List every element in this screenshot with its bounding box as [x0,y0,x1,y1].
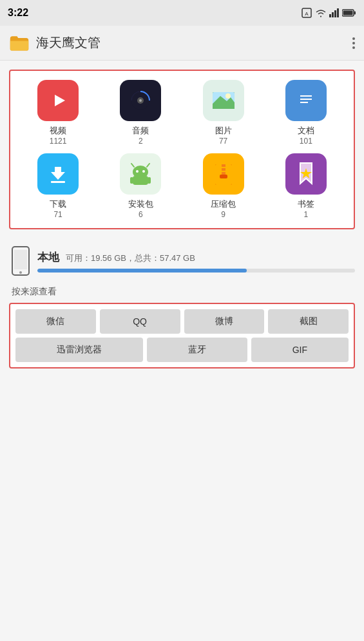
source-btn-screenshot[interactable]: 截图 [268,309,349,334]
source-grid-container: 微信 QQ 微博 截图 迅雷浏览器 蓝牙 GIF [9,303,355,368]
signal-icon [329,8,340,18]
video-icon [46,88,70,113]
wifi-icon [315,7,327,19]
svg-rect-35 [222,168,225,171]
zip-label: 压缩包 [211,198,236,210]
dot2 [352,42,355,44]
source-btn-weibo[interactable]: 微博 [184,309,265,334]
file-item-bookmark[interactable]: 书签 1 [267,153,345,219]
svg-rect-37 [220,175,227,178]
doc-count: 101 [300,137,312,146]
download-icon-wrap [37,153,79,195]
bookmark-label: 书签 [298,198,314,210]
svg-line-28 [147,164,149,167]
download-count: 71 [53,210,62,219]
video-icon-wrap [37,80,79,121]
svg-rect-34 [222,164,225,167]
file-item-audio[interactable]: 音频 2 [102,80,179,146]
bookmark-icon [292,160,320,187]
apk-icon-wrap [120,153,161,195]
storage-detail: 可用：19.56 GB，总共：57.47 GB [66,253,195,264]
video-count: 1121 [50,137,67,146]
storage-info: 本地 可用：19.56 GB，总共：57.47 GB [37,250,355,273]
image-count: 77 [219,137,227,146]
file-item-apk[interactable]: 安装包 6 [102,153,179,219]
battery-icon [342,8,356,17]
sim-icon: A [301,7,312,19]
status-time: 3:22 [8,7,28,19]
svg-point-17 [225,93,231,99]
download-icon [44,160,72,187]
file-type-grid: 视频 1121 音频 2 [19,80,345,219]
storage-section: 本地 可用：19.56 GB，总共：57.47 GB [9,240,355,278]
download-label: 下载 [50,198,66,210]
svg-rect-8 [343,11,353,15]
folder-icon [9,34,30,52]
svg-rect-43 [14,250,27,269]
svg-marker-9 [55,95,65,106]
file-item-doc[interactable]: 文档 101 [267,80,345,146]
svg-line-27 [131,164,134,167]
source-btn-weixin[interactable]: 微信 [15,309,96,334]
apk-count: 6 [139,210,143,219]
source-btn-bluetooth[interactable]: 蓝牙 [147,338,247,362]
zip-icon-wrap [203,153,244,195]
title-left: 海天鹰文管 [9,34,101,52]
storage-progress-fill [37,269,247,273]
storage-progress-bg [37,269,355,273]
source-label: 按来源查看 [9,278,355,303]
image-label: 图片 [215,125,232,137]
svg-point-26 [142,170,145,173]
audio-count: 2 [139,137,143,146]
image-icon-wrap [203,80,244,121]
file-item-zip[interactable]: 压缩包 9 [185,153,262,219]
title-bar: 海天鹰文管 [0,26,364,61]
video-label: 视频 [50,125,66,137]
apk-icon [127,160,154,187]
svg-rect-5 [337,8,339,17]
svg-rect-7 [354,12,356,15]
zip-count: 9 [221,210,225,219]
bookmark-icon-wrap [285,153,327,195]
file-item-image[interactable]: 图片 77 [185,80,262,146]
source-btn-qq[interactable]: QQ [100,309,180,334]
storage-title: 本地 [37,250,59,265]
audio-icon [127,87,154,114]
svg-text:A: A [305,11,309,17]
doc-icon [292,87,320,114]
audio-icon-wrap [120,80,161,121]
svg-rect-2 [329,14,331,17]
dot1 [352,37,355,40]
doc-icon-wrap [285,80,327,121]
zip-icon [210,160,237,187]
file-item-video[interactable]: 视频 1121 [19,80,97,146]
svg-rect-36 [222,172,225,175]
svg-rect-3 [332,12,334,17]
apk-label: 安装包 [128,198,153,210]
svg-rect-29 [133,176,148,185]
status-icons: A [301,7,356,19]
status-bar: 3:22 A [0,0,364,26]
svg-rect-23 [51,181,65,183]
phone-icon [12,246,30,276]
storage-title-row: 本地 可用：19.56 GB，总共：57.47 GB [37,250,355,265]
image-icon [210,87,237,114]
source-row-1: 微信 QQ 微博 截图 [15,309,349,334]
svg-rect-18 [297,90,315,111]
svg-rect-31 [148,177,151,184]
dot3 [352,46,355,49]
svg-point-44 [19,271,22,274]
menu-button[interactable] [352,37,355,49]
svg-point-12 [139,99,142,102]
source-btn-gif[interactable]: GIF [251,338,349,362]
file-type-grid-container: 视频 1121 音频 2 [9,70,355,229]
svg-point-25 [136,170,139,173]
svg-rect-4 [334,10,336,17]
svg-rect-30 [130,177,133,184]
file-item-download[interactable]: 下载 71 [19,153,97,219]
app-title: 海天鹰文管 [36,34,101,52]
main-content: 视频 1121 音频 2 [0,61,364,378]
source-btn-xunlei[interactable]: 迅雷浏览器 [15,338,143,362]
source-row-2: 迅雷浏览器 蓝牙 GIF [15,338,349,362]
audio-label: 音频 [132,125,149,137]
